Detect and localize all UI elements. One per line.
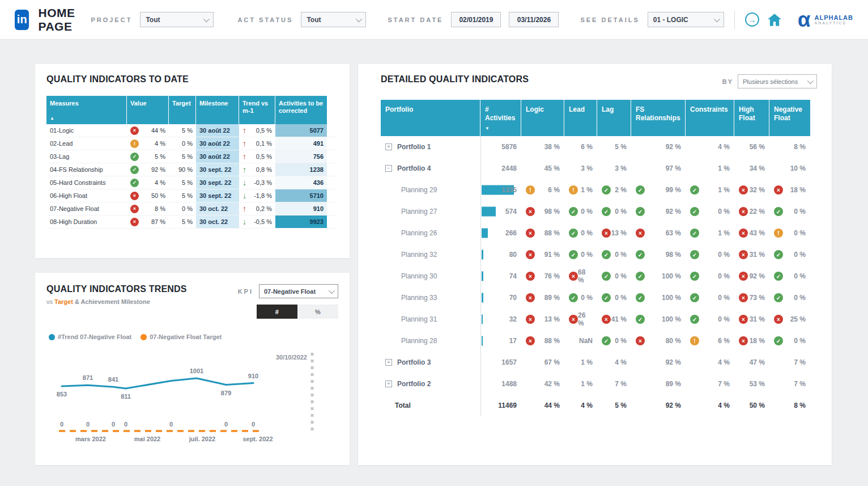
svg-text:841: 841 xyxy=(108,376,118,383)
start-date-from-input[interactable]: 02/01/2019 xyxy=(451,12,501,27)
table-row[interactable]: −Portfolio 4244845 %3 %3 %97 %1 %34 %10 … xyxy=(381,158,817,179)
table-row[interactable]: 06-High Float×50 %5 %30 sept. 22↓-1,8 %5… xyxy=(46,189,336,202)
qtd-column-header[interactable]: Value xyxy=(127,96,169,124)
dqi-column-header[interactable]: # Activities▼ xyxy=(480,100,521,136)
legend-item[interactable]: 07-Negative Float Target xyxy=(141,333,222,340)
expand-icon[interactable]: + xyxy=(385,381,392,387)
activities-cell: 756 xyxy=(275,150,327,163)
linkedin-icon[interactable]: in xyxy=(15,10,29,30)
activities-count: 17 xyxy=(509,337,517,345)
bad-status-icon: × xyxy=(602,315,611,324)
dqi-column-header[interactable]: Lead xyxy=(564,100,597,136)
kpi-dropdown[interactable]: 07-Negative Float xyxy=(259,284,338,298)
chevron-down-icon xyxy=(329,287,335,293)
table-row[interactable]: +Portfolio 1587638 %6 %5 %92 %4 %56 %8 % xyxy=(381,136,817,158)
trends-subtitle-rest: & Achievement Milestone xyxy=(73,298,150,305)
activities-count-cell: 1657 xyxy=(480,352,521,373)
trend-cell: ↓-0,5 % xyxy=(239,215,275,228)
home-icon[interactable] xyxy=(767,13,782,27)
dqi-column-header[interactable]: Portfolio xyxy=(381,100,480,136)
table-row[interactable]: 02-Lead!4 %0 %30 août 22↑0,1 %491 xyxy=(46,137,336,150)
good-status-icon: ✓ xyxy=(130,153,139,161)
metric-cell: ✓0 % xyxy=(564,244,597,265)
table-row[interactable]: +Portfolio 2148842 %1 %7 %89 %7 %53 %7 % xyxy=(381,373,817,395)
go-arrow-icon[interactable]: → xyxy=(745,12,759,27)
project-dropdown[interactable]: Tout xyxy=(140,12,214,27)
legend-item[interactable]: #Trend 07-Negative Float xyxy=(49,333,131,340)
qtd-column-header[interactable]: Measures▲ xyxy=(46,96,127,124)
portfolio-cell[interactable]: +Portfolio 3 xyxy=(381,352,480,373)
metric-value: 5 % xyxy=(615,402,627,409)
milestone-cell: 30 sept. 22 xyxy=(196,163,239,176)
table-row[interactable]: Planning 3132×13 %×26 %×41 %✓100 %✓0 %×3… xyxy=(381,308,817,330)
table-row[interactable]: Planning 26266×88 %✓0 %×13 %×63 %✓1 %×43… xyxy=(381,222,817,244)
trend-line-chart[interactable]: 85387184181110018799100000000mars 2022ma… xyxy=(46,345,338,452)
good-status-icon: ✓ xyxy=(569,229,578,238)
metric-value: 45 % xyxy=(544,164,560,172)
dqi-table-header: Portfolio# Activities▼LogicLeadLagFS Rel… xyxy=(381,100,817,136)
dqi-column-header[interactable]: Lag xyxy=(597,100,631,136)
table-row[interactable]: Planning 3280×91 %✓0 %✓0 %✓98 %✓0 %×31 %… xyxy=(381,244,817,265)
chevron-down-icon xyxy=(714,15,720,22)
value-text: 8 % xyxy=(155,205,165,212)
table-row[interactable]: 08-High Duration×87 %5 %30 oct. 22↓-0,5 … xyxy=(46,215,336,229)
metric-value: 0 % xyxy=(615,251,627,259)
table-row[interactable]: Planning 27574×98 %✓0 %✓0 %✓92 %✓0 %×22 … xyxy=(381,201,817,222)
portfolio-cell[interactable]: +Portfolio 1 xyxy=(381,136,480,158)
good-status-icon: ✓ xyxy=(690,293,699,302)
expand-icon[interactable]: + xyxy=(385,143,392,150)
start-date-to-input[interactable]: 03/11/2026 xyxy=(509,12,559,27)
activities-count-cell: 11469 xyxy=(480,395,521,416)
metric-cell: 45 % xyxy=(521,158,564,179)
metric-value: 43 % xyxy=(750,229,765,237)
toggle-percent-button[interactable]: % xyxy=(297,305,338,319)
metric-value: 4 % xyxy=(718,143,730,151)
table-row[interactable]: 05-Hard Constraints✓4 %5 %30 sept. 22↓-0… xyxy=(46,176,336,189)
collapse-icon[interactable]: − xyxy=(385,165,392,172)
warn-status-icon: ! xyxy=(774,229,783,238)
qtd-column-header[interactable]: Milestone xyxy=(196,96,239,124)
table-row[interactable]: 04-FS Relationship✓92 %90 %30 sept. 22↑0… xyxy=(46,163,336,176)
table-row[interactable]: 07-Negative Float×8 %0 %30 oct. 22↑0,2 %… xyxy=(46,202,336,215)
page-title: HOME PAGE xyxy=(38,6,91,33)
milestone-cell: 30 oct. 22 xyxy=(196,215,239,228)
table-row[interactable]: +Portfolio 3165767 %1 %4 %92 %4 %47 %7 % xyxy=(381,352,817,373)
table-row[interactable]: 03-Lag✓5 %5 %30 août 22↑0,5 %756 xyxy=(46,150,336,163)
value-text: 5 % xyxy=(155,153,165,160)
table-row[interactable]: Total1146944 %4 %5 %92 %4 %50 %8 % xyxy=(381,395,817,416)
activities-count-cell: 70 xyxy=(480,287,521,308)
table-row[interactable]: Planning 2817×88 %NaN✓0 %×80 %!6 %×18 %✓… xyxy=(381,330,817,352)
portfolio-cell[interactable]: −Portfolio 4 xyxy=(381,158,480,179)
dqi-column-header[interactable]: High Float xyxy=(734,100,769,136)
qtd-column-header[interactable]: Activities to be corrected xyxy=(275,96,327,124)
table-row[interactable]: 01-Logic×44 %5 %30 août 22↑0,5 %5077 xyxy=(46,124,336,137)
dqi-column-header[interactable]: Constraints xyxy=(686,100,734,136)
expand-icon[interactable]: + xyxy=(385,359,392,366)
see-details-dropdown[interactable]: 01 - LOGIC xyxy=(648,12,724,27)
qtd-column-header[interactable]: Trend vs m-1 xyxy=(239,96,275,124)
metric-cell: 7 % xyxy=(597,373,631,395)
metric-cell: ×68 % xyxy=(564,265,597,287)
metric-cell: 56 % xyxy=(734,136,769,158)
table-row[interactable]: Planning 3074×76 %×68 %✓0 %✓100 %✓0 %×92… xyxy=(381,265,817,287)
metric-cell: ×18 % xyxy=(769,179,810,201)
svg-text:910: 910 xyxy=(248,373,258,379)
activities-count: 2448 xyxy=(501,164,517,172)
activities-data-bar xyxy=(482,336,483,346)
metric-value: 0 % xyxy=(718,208,730,215)
svg-text:sept. 2022: sept. 2022 xyxy=(242,436,273,442)
activities-data-bar xyxy=(482,315,483,324)
svg-text:30/10/2022: 30/10/2022 xyxy=(276,354,307,361)
metric-cell: ×31 % xyxy=(734,244,769,265)
table-row[interactable]: Planning 3370×89 %✓0 %✓0 %✓100 %✓0 %×73 … xyxy=(381,287,817,308)
table-row[interactable]: Planning 291335!6 %!1 %✓2 %✓99 %✓1 %×32 … xyxy=(381,179,817,201)
portfolio-cell[interactable]: +Portfolio 2 xyxy=(381,373,480,395)
by-dropdown[interactable]: Plusieurs sélections xyxy=(738,74,817,88)
qtd-column-header[interactable]: Target xyxy=(169,96,196,124)
toggle-count-button[interactable]: # xyxy=(257,305,297,319)
dqi-column-header[interactable]: Negative Float xyxy=(769,100,810,136)
dqi-column-header[interactable]: Logic xyxy=(521,100,564,136)
dqi-column-header[interactable]: FS Relationships xyxy=(631,100,686,136)
activities-data-bar xyxy=(482,229,488,238)
act-status-dropdown[interactable]: Tout xyxy=(301,12,366,27)
